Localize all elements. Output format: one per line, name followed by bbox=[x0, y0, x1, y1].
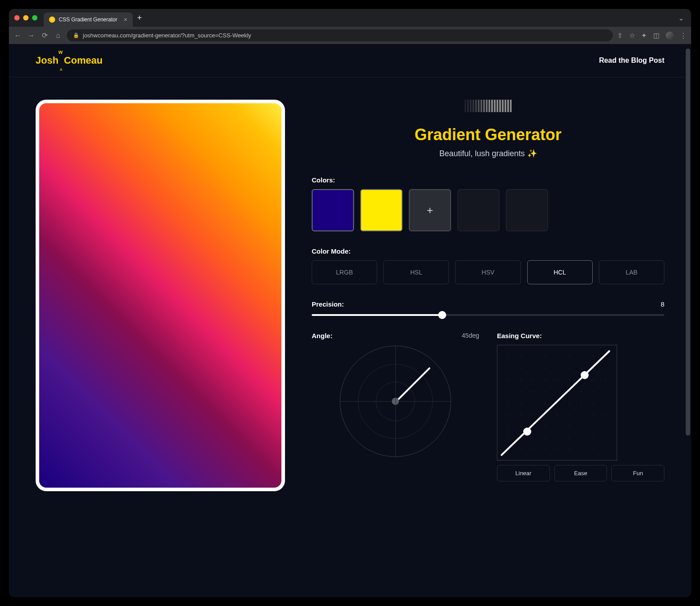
minimize-window-icon[interactable] bbox=[23, 15, 28, 20]
mode-hcl[interactable]: HCL bbox=[527, 260, 593, 284]
easing-preset-ease[interactable]: Ease bbox=[554, 465, 607, 481]
mode-hsl[interactable]: HSL bbox=[383, 260, 449, 284]
colors-label: Colors: bbox=[312, 176, 664, 184]
angle-label: Angle: bbox=[312, 332, 333, 339]
url-text: joshwcomeau.com/gradient-generator/?utm_… bbox=[83, 32, 251, 39]
page-title: Gradient Generator bbox=[312, 125, 664, 144]
bottom-controls: Angle: 45deg Easing Curve: bbox=[312, 332, 664, 481]
site-header: Josh Comeau Read the Blog Post bbox=[9, 44, 691, 77]
mode-lab[interactable]: LAB bbox=[599, 260, 664, 284]
mode-lrgb[interactable]: LRGB bbox=[312, 260, 377, 284]
color-swatch-empty bbox=[506, 189, 548, 231]
logo-first: Josh bbox=[36, 55, 58, 66]
browser-toolbar: ← → ⟳ ⌂ 🔒 joshwcomeau.com/gradient-gener… bbox=[9, 27, 691, 44]
browser-chrome: CSS Gradient Generator × + ⌄ ← → ⟳ ⌂ 🔒 j… bbox=[9, 9, 691, 44]
browser-window: CSS Gradient Generator × + ⌄ ← → ⟳ ⌂ 🔒 j… bbox=[9, 9, 691, 597]
home-icon[interactable]: ⌂ bbox=[53, 32, 62, 40]
colors-section: Colors: + bbox=[312, 176, 664, 247]
window-controls[interactable] bbox=[14, 15, 37, 20]
favicon-icon bbox=[49, 16, 55, 23]
address-bar[interactable]: 🔒 joshwcomeau.com/gradient-generator/?ut… bbox=[67, 29, 613, 41]
logo-last: Comeau bbox=[64, 55, 103, 66]
gradient-preview bbox=[36, 100, 285, 491]
color-mode-label: Color Mode: bbox=[312, 247, 664, 255]
site-logo[interactable]: Josh Comeau bbox=[36, 55, 102, 66]
color-mode-section: Color Mode: LRGB HSL HSV HCL LAB bbox=[312, 247, 664, 300]
color-swatches: + bbox=[312, 189, 664, 231]
share-icon[interactable]: ⇧ bbox=[617, 32, 623, 40]
angle-dial[interactable] bbox=[340, 346, 451, 457]
forward-icon[interactable]: → bbox=[27, 32, 36, 40]
easing-preset-linear[interactable]: Linear bbox=[497, 465, 550, 481]
controls-panel: Gradient Generator Beautiful, lush gradi… bbox=[312, 100, 664, 491]
precision-value: 8 bbox=[661, 300, 664, 308]
lock-icon: 🔒 bbox=[73, 32, 79, 38]
decorative-bars-icon bbox=[312, 100, 664, 112]
bookmark-icon[interactable]: ☆ bbox=[629, 32, 635, 40]
color-swatch-2[interactable] bbox=[360, 189, 403, 231]
dial-center-icon bbox=[392, 398, 399, 405]
chevron-down-icon[interactable]: ⌄ bbox=[678, 14, 684, 22]
menu-icon[interactable]: ⋮ bbox=[680, 32, 687, 40]
easing-curve-editor[interactable] bbox=[497, 345, 617, 461]
easing-presets: Linear Ease Fun bbox=[497, 465, 664, 481]
color-swatch-empty bbox=[457, 189, 500, 231]
slider-thumb[interactable] bbox=[438, 311, 446, 319]
hero: Gradient Generator Beautiful, lush gradi… bbox=[312, 100, 664, 158]
slider-fill bbox=[312, 314, 442, 316]
easing-handle-2[interactable] bbox=[581, 371, 589, 379]
back-icon[interactable]: ← bbox=[13, 32, 22, 40]
easing-section: Easing Curve: Linear Ease Fun bbox=[497, 332, 664, 481]
preview-panel bbox=[36, 100, 285, 491]
panel-icon[interactable]: ◫ bbox=[653, 32, 659, 40]
browser-tab[interactable]: CSS Gradient Generator × bbox=[44, 12, 133, 27]
page-subtitle: Beautiful, lush gradients ✨ bbox=[312, 149, 664, 158]
easing-handle-1[interactable] bbox=[523, 428, 531, 436]
maximize-window-icon[interactable] bbox=[32, 15, 37, 20]
add-color-button[interactable]: + bbox=[409, 189, 451, 231]
precision-slider[interactable] bbox=[312, 314, 664, 316]
reload-icon[interactable]: ⟳ bbox=[40, 31, 49, 40]
precision-label: Precision: bbox=[312, 300, 344, 308]
angle-value: 45deg bbox=[462, 332, 479, 339]
main-layout: Gradient Generator Beautiful, lush gradi… bbox=[9, 77, 691, 513]
close-tab-icon[interactable]: × bbox=[124, 16, 127, 23]
easing-preset-fun[interactable]: Fun bbox=[611, 465, 664, 481]
blog-post-link[interactable]: Read the Blog Post bbox=[599, 57, 664, 65]
mode-hsv[interactable]: HSV bbox=[455, 260, 521, 284]
extensions-icon[interactable]: ✦ bbox=[641, 32, 647, 40]
plus-icon: + bbox=[427, 204, 433, 217]
color-swatch-1[interactable] bbox=[312, 189, 354, 231]
tab-title: CSS Gradient Generator bbox=[59, 16, 117, 23]
easing-curve-line bbox=[501, 350, 610, 456]
scrollbar[interactable] bbox=[686, 48, 690, 436]
close-window-icon[interactable] bbox=[14, 15, 20, 20]
precision-section: Precision: 8 bbox=[312, 300, 664, 316]
color-mode-options: LRGB HSL HSV HCL LAB bbox=[312, 260, 664, 284]
page-content: Josh Comeau Read the Blog Post Gradient … bbox=[9, 44, 691, 597]
new-tab-button[interactable]: + bbox=[137, 13, 142, 23]
profile-avatar-icon[interactable] bbox=[666, 32, 674, 40]
tab-strip: CSS Gradient Generator × + ⌄ bbox=[9, 9, 691, 27]
angle-section: Angle: 45deg bbox=[312, 332, 479, 481]
easing-label: Easing Curve: bbox=[497, 332, 664, 339]
logo-w-icon bbox=[58, 55, 64, 66]
